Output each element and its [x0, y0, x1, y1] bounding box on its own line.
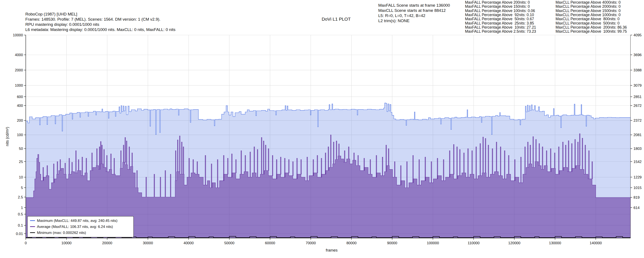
x-axis-tick-label: 120000 — [508, 241, 520, 245]
x-axis-tick-label: 130000 — [549, 241, 561, 245]
maxfall-stat-line: MaxFALL Percentage Above 10nits: 27.21 — [465, 25, 536, 30]
maxcll-stat-line: MaxCLL Percentage Above 500nits: 0 — [556, 21, 620, 25]
y-axis-tick-label: 10 — [19, 175, 23, 179]
y-axis-tick-label: 200 — [17, 118, 23, 122]
x-axis-tick-label: 60000 — [265, 241, 275, 245]
header-line: L6 metadata: Mastering display: 0.0001/1… — [25, 27, 176, 32]
x-axis-tick-label: 110000 — [468, 241, 479, 245]
right-axis-tick-label: 3388 — [634, 68, 642, 72]
legend-label: Maximum (MaxCLL: 449.87 nits, avg: 240.4… — [37, 219, 118, 223]
right-axis-tick-label: 3696 — [634, 53, 642, 57]
y-axis-tick-label: 2.5 — [18, 195, 23, 199]
x-axis-tick-label: 10000 — [62, 241, 72, 245]
header-line: Frames: 148530. Profile: 7 (MEL). Scenes… — [25, 17, 160, 22]
y-axis-tick-label: 5 — [21, 186, 23, 190]
legend: Maximum (MaxCLL: 449.87 nits, avg: 240.4… — [28, 216, 134, 237]
header-line: RoboCop (1987) [UHD MEL] — [25, 12, 77, 16]
right-axis-tick-label: 2372 — [634, 118, 642, 122]
x-axis-tick-label: 30000 — [143, 241, 153, 245]
legend-label: Average (MaxFALL: 106.37 nits, avg: 6.24… — [37, 225, 113, 229]
x-axis-tick-label: 50000 — [224, 241, 234, 245]
x-axis-tick-label: 140000 — [590, 241, 602, 245]
x-axis-tick-label: 80000 — [346, 241, 356, 245]
x-axis-tick-label: 20000 — [102, 241, 112, 245]
y-axis-tick-label: 2000 — [15, 68, 23, 72]
y-axis-label: nits (cd/m²) — [5, 127, 10, 146]
x-axis-tick-label: 40000 — [184, 241, 194, 245]
maxcll-stat-line: MaxCLL Percentage Above 200nits: 86.36 — [556, 25, 627, 30]
right-axis-tick-label: 2851 — [634, 95, 642, 99]
maxcll-stat-line: MaxCLL Percentage Above 1000nits: 0 — [556, 13, 620, 17]
y-axis-tick-label: 25 — [19, 160, 23, 164]
legend-label: Minimum (max: 0.000262 nits) — [37, 231, 86, 235]
right-axis-tick-label: 2672 — [634, 104, 642, 108]
y-axis-tick-label: 0.1 — [18, 223, 23, 227]
right-axis-tick-label: 1542 — [634, 160, 642, 164]
maxfall-stat-line: MaxFALL Percentage Above 92nits: 0.10 — [465, 13, 534, 17]
maxfall-stat-line: MaxFALL Percentage Above 2.5nits: 73.23 — [465, 29, 536, 34]
y-axis-tick-label: 0.01 — [16, 232, 23, 236]
right-axis-tick-label: 4095 — [634, 33, 642, 37]
x-axis-label: frames — [326, 248, 338, 252]
maxcll-stat-line: MaxCLL Percentage Above 2000nits: 0 — [556, 4, 620, 9]
page-title: DoVi L1 PLOT — [322, 17, 350, 22]
maxfall-stat-line: MaxFALL Percentage Above 100nits: 0.06 — [465, 9, 535, 13]
x-axis-tick-label: 100000 — [427, 241, 439, 245]
dovi-l1-plot-figure: 1000040002000100060040020010050251052.51… — [0, 0, 644, 258]
scene-info-line: MaxFALL Scene starts at frame 136000 — [378, 3, 450, 8]
right-axis-tick-label: 1015 — [634, 186, 642, 190]
y-axis-tick-label: 10000 — [13, 33, 23, 37]
maxfall-stat-line: MaxFALL Percentage Above 50nits: 0.67 — [465, 17, 534, 21]
x-axis-tick-label: 70000 — [306, 241, 316, 245]
y-axis-tick-label: 50 — [19, 147, 23, 151]
y-axis-tick-label: 1000 — [15, 83, 23, 87]
y-axis-tick-label: 0.5 — [18, 212, 23, 216]
right-axis-tick-label: 3079 — [634, 83, 642, 87]
y-axis-tick-label: 600 — [17, 95, 23, 99]
right-axis-tick-label: 1229 — [634, 175, 642, 179]
maxcll-stat-line: MaxCLL Percentage Above 4000nits: 0 — [556, 0, 620, 5]
y-axis-tick-label: 4000 — [15, 53, 23, 57]
maxfall-stat-line: MaxFALL Percentage Above 200nits: 0 — [465, 0, 530, 5]
right-axis-tick-label: 614 — [634, 206, 640, 210]
x-axis-tick-label: 0 — [25, 241, 26, 245]
y-axis-tick-label: 1 — [21, 206, 23, 210]
plot-canvas: 1000040002000100060040020010050251052.51… — [0, 0, 644, 258]
right-axis-tick-label: 1803 — [634, 147, 642, 151]
scene-info-line: MaxCLL Scene starts at frame 88412 — [378, 8, 446, 13]
x-axis-tick-label: 90000 — [387, 241, 397, 245]
maxcll-stat-line: MaxCLL Percentage Above 800nits: 0 — [556, 17, 620, 21]
y-axis-tick-label: 100 — [17, 133, 23, 137]
maxfall-stat-line: MaxFALL Percentage Above 150nits: 0 — [465, 4, 530, 9]
y-axis-tick-label: 400 — [17, 104, 23, 108]
scene-info-line: L5: R=0, L=0, T=42, B=42 — [378, 13, 425, 18]
maxcll-stat-line: MaxCLL Percentage Above 100nits: 99.75 — [556, 29, 627, 34]
header-line: RPU mastering display: 0.0001/1000 nits — [25, 22, 99, 27]
right-axis-tick-label: 2081 — [634, 133, 642, 137]
maxcll-stat-line: MaxCLL Percentage Above 1500nits: 0 — [556, 9, 620, 13]
scene-info-line: L2 trim(s): NONE — [378, 19, 410, 23]
right-axis-tick-label: 819 — [634, 195, 640, 200]
maxfall-stat-line: MaxFALL Percentage Above 25nits: 3.85 — [465, 21, 534, 25]
